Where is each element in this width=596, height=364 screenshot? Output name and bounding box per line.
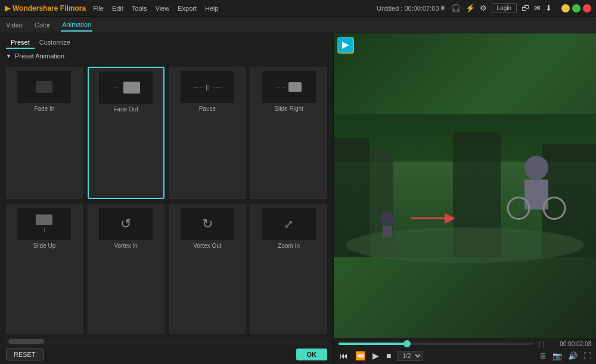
tab-color[interactable]: Color bbox=[33, 19, 51, 31]
playback-extra-icons: 🖥 📷 🔊 ⛶ bbox=[539, 351, 591, 360]
menu-file[interactable]: File bbox=[93, 5, 104, 12]
anim-pause[interactable]: ···→ || →··· Pause bbox=[169, 67, 246, 199]
progress-bar-wrap: { } 00:00:02:03 bbox=[339, 340, 591, 347]
tab-preset[interactable]: Preset bbox=[6, 37, 35, 49]
right-panel: { } 00:00:02:03 ⏮ ⏪ ▶ ■ 1/2 🖥 📷 🔊 ⛶ bbox=[334, 33, 596, 364]
fade-out-visual: → bbox=[99, 71, 153, 104]
preset-tabs: Preset Customize bbox=[0, 33, 333, 49]
headphone-icon[interactable]: 🎧 bbox=[451, 4, 461, 13]
reset-button[interactable]: RESET bbox=[6, 349, 44, 360]
vortex-out-label: Vortex Out bbox=[193, 242, 221, 249]
preview-area bbox=[334, 33, 596, 338]
titlebar: ▶ Wondershare Filmora File Edit Tools Vi… bbox=[0, 0, 596, 17]
fade-arrow-icon: → bbox=[111, 83, 120, 92]
pause-label: Pause bbox=[199, 105, 216, 112]
play-button[interactable]: ▶ bbox=[371, 350, 380, 362]
anim-fade-out[interactable]: → Fade Out bbox=[88, 67, 164, 199]
message-icon[interactable]: ✉ bbox=[534, 4, 541, 13]
collapse-arrow-icon[interactable]: ▼ bbox=[6, 53, 11, 59]
tab-video[interactable]: Video bbox=[5, 19, 24, 31]
preview-controls: { } 00:00:02:03 ⏮ ⏪ ▶ ■ 1/2 🖥 📷 🔊 ⛶ bbox=[334, 338, 596, 364]
menu-export[interactable]: Export bbox=[178, 5, 197, 12]
skip-back-button[interactable]: ⏮ bbox=[339, 350, 349, 362]
tab-bar: Video Color Animation bbox=[0, 17, 596, 33]
preview-scene bbox=[334, 33, 596, 338]
menu-edit[interactable]: Edit bbox=[112, 5, 123, 12]
gpu-icon[interactable]: ⚡ bbox=[465, 4, 475, 13]
progress-brackets: { } bbox=[539, 340, 545, 347]
logo-icon: ▶ bbox=[5, 4, 10, 13]
pause-dots-right: →··· bbox=[210, 84, 221, 91]
vortex-in-label: Vortex In bbox=[114, 242, 137, 249]
progress-handle[interactable] bbox=[403, 340, 411, 347]
fade-out-label: Fade Out bbox=[113, 106, 138, 113]
preview-video bbox=[334, 33, 596, 338]
slide-up-preview: ↑ bbox=[17, 208, 71, 240]
progress-bar[interactable] bbox=[339, 343, 534, 345]
svg-point-9 bbox=[524, 156, 548, 180]
app-logo: ▶ Wondershare Filmora bbox=[5, 4, 86, 13]
scroll-area[interactable] bbox=[6, 338, 327, 345]
anim-fade-in[interactable]: Fade In bbox=[6, 67, 83, 199]
restore-icon[interactable]: 🗗 bbox=[522, 4, 529, 13]
pause-visual: ···→ || →··· bbox=[194, 84, 221, 91]
fade-in-label: Fade In bbox=[34, 105, 54, 112]
stop-button[interactable]: ■ bbox=[385, 350, 392, 362]
svg-point-6 bbox=[346, 228, 584, 263]
quality-select[interactable]: 1/2 bbox=[397, 351, 423, 361]
menu-tools[interactable]: Tools bbox=[132, 5, 147, 12]
filmora-logo-icon bbox=[339, 38, 353, 52]
menu-help[interactable]: Help bbox=[205, 5, 219, 12]
slide-right-label: Slide Right bbox=[274, 105, 303, 112]
menu-view[interactable]: View bbox=[156, 5, 170, 12]
app-name: Wondershare Filmora bbox=[13, 4, 86, 13]
slide-up-arrow-icon: ↑ bbox=[43, 226, 46, 233]
slide-up-box bbox=[36, 214, 52, 225]
ok-button[interactable]: OK bbox=[296, 349, 328, 360]
svg-point-7 bbox=[380, 211, 395, 226]
camera-icon[interactable]: 📷 bbox=[552, 351, 562, 360]
step-back-button[interactable]: ⏪ bbox=[354, 350, 367, 362]
window-title: Untitled : 00:00:07:03 bbox=[377, 5, 439, 12]
time-display: 00:00:02:03 bbox=[550, 341, 591, 347]
login-button[interactable]: Login bbox=[492, 3, 517, 13]
vortex-out-icon: ↻ bbox=[202, 216, 213, 232]
vortex-out-visual: ↻ bbox=[202, 216, 213, 232]
main-layout: Preset Customize ▼ Preset Animation Fade… bbox=[0, 33, 596, 364]
anim-slide-right[interactable]: ···→ Slide Right bbox=[250, 67, 327, 199]
fade-box bbox=[36, 81, 52, 93]
settings-icon[interactable]: ⚙ bbox=[480, 4, 487, 13]
slide-up-visual: ↑ bbox=[36, 214, 52, 233]
progress-fill bbox=[339, 343, 407, 345]
fullscreen-icon[interactable]: ⛶ bbox=[583, 351, 591, 360]
volume-icon[interactable]: 🔊 bbox=[568, 351, 578, 360]
slide-box bbox=[288, 82, 302, 92]
tab-customize[interactable]: Customize bbox=[35, 37, 75, 49]
monitor-icon[interactable]: 🖥 bbox=[539, 351, 547, 360]
vortex-in-icon: ↺ bbox=[120, 216, 131, 232]
menu-bar: File Edit Tools View Export Help bbox=[93, 5, 377, 12]
anim-slide-up[interactable]: ↑ Slide Up bbox=[6, 204, 83, 335]
minimize-button[interactable] bbox=[561, 4, 570, 13]
anim-zoom-in[interactable]: ⤢ Zoom In bbox=[250, 204, 327, 335]
zoom-in-label: Zoom In bbox=[278, 242, 300, 249]
fade-in-visual bbox=[17, 71, 71, 103]
sun-icon[interactable]: ☀ bbox=[439, 4, 446, 13]
download-icon[interactable]: ⬇ bbox=[545, 4, 552, 13]
vortex-out-preview: ↻ bbox=[181, 208, 234, 240]
anim-vortex-out[interactable]: ↻ Vortex Out bbox=[169, 204, 246, 335]
maximize-button[interactable] bbox=[572, 4, 581, 13]
pause-preview: ···→ || →··· bbox=[181, 71, 234, 103]
titlebar-actions: ☀ 🎧 ⚡ ⚙ Login 🗗 ✉ ⬇ bbox=[439, 3, 591, 13]
slide-dots-icon: ···→ bbox=[276, 84, 286, 90]
fade-in-preview bbox=[17, 71, 71, 103]
pause-dots-left: ···→ bbox=[194, 84, 204, 91]
close-button[interactable] bbox=[583, 4, 591, 13]
tab-animation[interactable]: Animation bbox=[61, 18, 92, 32]
playback-controls: ⏮ ⏪ ▶ ■ 1/2 🖥 📷 🔊 ⛶ bbox=[339, 350, 591, 362]
pause-bars: || bbox=[206, 84, 209, 91]
anim-vortex-in[interactable]: ↺ Vortex In bbox=[88, 204, 164, 335]
fade-out-preview: → bbox=[99, 71, 153, 104]
window-controls bbox=[561, 4, 591, 13]
animation-panel: Preset Customize ▼ Preset Animation Fade… bbox=[0, 33, 334, 364]
